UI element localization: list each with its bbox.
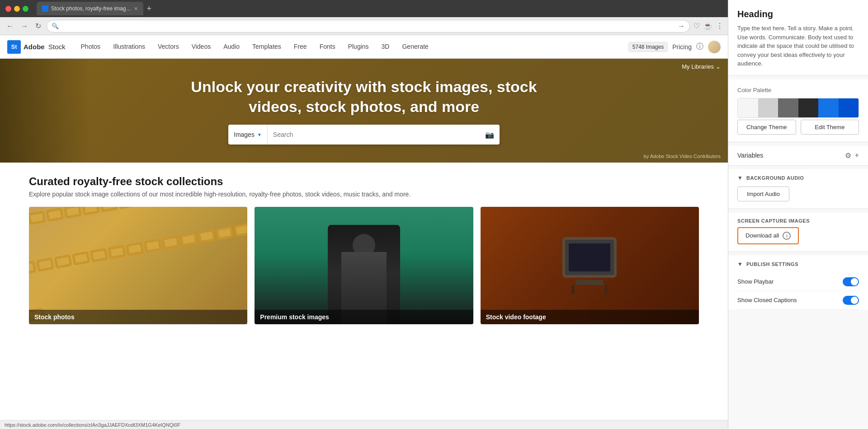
publish-settings-section: ▼ PUBLISH SETTINGS Show Playbar Show Clo… — [728, 256, 868, 310]
collections-grid: Stock photos Premium stock images — [29, 207, 699, 324]
search-input[interactable] — [268, 131, 480, 138]
person-silhouette — [328, 225, 400, 324]
swatch-4[interactable] — [798, 98, 819, 117]
brand-name: Adobe Stock — [24, 43, 66, 51]
plus-icon[interactable]: + — [855, 151, 859, 160]
info-icon: i — [783, 232, 791, 240]
collection-card-tv[interactable]: Stock video footage — [481, 207, 699, 324]
download-all-button[interactable]: Download all i — [737, 227, 799, 244]
import-audio-button[interactable]: Import Audio — [737, 187, 789, 201]
person-card-label: Premium stock images — [255, 310, 473, 324]
address-input[interactable]: https://stock.adobe.com/ — [61, 23, 675, 29]
browser-toolbar: ← → ↻ 🔍 https://stock.adobe.com/ → ♡ ☕ ⋮ — [0, 17, 728, 35]
collections-subtitle: Explore popular stock image collections … — [29, 191, 699, 198]
show-closed-captions-toggle[interactable] — [843, 296, 859, 305]
download-all-label: Download all — [745, 232, 779, 239]
hero-section: My Libraries ⌄ Unlock your creativity wi… — [0, 59, 728, 163]
help-icon[interactable]: ⓘ — [696, 42, 703, 51]
close-button[interactable] — [5, 6, 11, 12]
color-palette-section: Color Palette Change Theme Edit Theme — [728, 79, 868, 142]
show-playbar-label: Show Playbar — [737, 278, 774, 285]
extensions-icon[interactable]: ☕ — [703, 22, 712, 30]
traffic-lights — [5, 6, 28, 12]
logo-text: St — [11, 43, 17, 50]
nav-link-generate[interactable]: Generate — [396, 35, 434, 59]
minimize-button[interactable] — [14, 6, 20, 12]
tab-favicon — [42, 5, 48, 12]
my-libraries-button[interactable]: My Libraries ⌄ — [682, 63, 721, 70]
collection-card-person[interactable]: Premium stock images — [255, 207, 473, 324]
reload-button[interactable]: ↻ — [33, 20, 43, 32]
hero-text: Unlock your creativity with stock images… — [191, 77, 537, 117]
swatch-3[interactable] — [778, 98, 798, 117]
swatch-5[interactable] — [818, 98, 839, 117]
color-palette-label: Color Palette — [737, 87, 859, 93]
browser-titlebar: Stock photos, royalty-free imag… × + — [0, 0, 728, 17]
swatch-6[interactable] — [839, 98, 859, 117]
maximize-button[interactable] — [23, 6, 28, 12]
nav-link-audio[interactable]: Audio — [217, 35, 246, 59]
nav-link-templates[interactable]: Templates — [246, 35, 288, 59]
active-tab[interactable]: Stock photos, royalty-free imag… × — [37, 2, 143, 15]
nav-link-vectors[interactable]: Vectors — [151, 35, 185, 59]
background-audio-header[interactable]: ▼ BACKGROUND AUDIO — [728, 169, 868, 187]
tv-image — [481, 207, 699, 324]
hero-overlay — [0, 59, 90, 163]
publish-settings-body: Show Playbar Show Closed Captions — [728, 273, 868, 310]
search-type-selector[interactable]: Images ▼ — [228, 125, 268, 145]
person-image — [255, 207, 473, 324]
search-type-label: Images — [234, 131, 255, 138]
pricing-link[interactable]: Pricing — [672, 43, 692, 51]
tab-close-button[interactable]: × — [134, 5, 137, 12]
theme-buttons: Change Theme Edit Theme — [737, 120, 859, 135]
tab-title: Stock photos, royalty-free imag… — [51, 5, 131, 12]
publish-settings-header[interactable]: ▼ PUBLISH SETTINGS — [728, 256, 868, 273]
gear-icon[interactable]: ⚙ — [845, 151, 851, 160]
nav-link-free[interactable]: Free — [288, 35, 313, 59]
new-tab-button[interactable]: + — [147, 4, 152, 14]
nav-link-videos[interactable]: Videos — [185, 35, 217, 59]
pasta-card-label: Stock photos — [29, 310, 247, 324]
back-button[interactable]: ← — [5, 20, 15, 32]
background-audio-section: ▼ BACKGROUND AUDIO Import Audio — [728, 169, 868, 209]
collections-title: Curated royalty-free stock collections — [29, 175, 699, 188]
bookmark-icon[interactable]: ♡ — [693, 22, 700, 30]
tv-container — [562, 237, 617, 294]
background-audio-title: BACKGROUND AUDIO — [746, 175, 804, 181]
nav-link-fonts[interactable]: Fonts — [313, 35, 342, 59]
menu-icon[interactable]: ⋮ — [716, 22, 723, 30]
background-audio-body: Import Audio — [728, 187, 868, 209]
nav-link-photos[interactable]: Photos — [75, 35, 107, 59]
publish-row-captions: Show Closed Captions — [737, 291, 859, 310]
chevron-down-icon: ▼ — [737, 175, 743, 181]
tv-base — [576, 280, 603, 285]
search-bar: Images ▼ 📷 — [228, 125, 500, 145]
variables-header: Variables ⚙ + — [737, 151, 859, 160]
swatch-1[interactable] — [738, 98, 758, 117]
nav-link-plugins[interactable]: Plugins — [342, 35, 375, 59]
stock-logo-mark: St — [7, 40, 21, 54]
edit-theme-button[interactable]: Edit Theme — [801, 120, 859, 135]
nav-link-illustrations[interactable]: Illustrations — [107, 35, 151, 59]
panel-heading-body: Type the text here. Tell a story. Make a… — [737, 24, 859, 68]
tv-leg-right — [605, 285, 608, 294]
collection-card-pasta[interactable]: Stock photos — [29, 207, 247, 324]
swatch-2[interactable] — [758, 98, 778, 117]
color-palette — [737, 98, 859, 118]
profile-avatar[interactable] — [708, 41, 721, 53]
show-closed-captions-label: Show Closed Captions — [737, 297, 797, 303]
camera-search-icon[interactable]: 📷 — [480, 131, 500, 139]
variables-section: Variables ⚙ + — [728, 146, 868, 166]
tv-leg-left — [571, 285, 574, 294]
address-bar: 🔍 https://stock.adobe.com/ → — [47, 20, 690, 33]
screen-capture-title: SCREEN CAPTURE IMAGES — [728, 213, 868, 227]
change-theme-button[interactable]: Change Theme — [737, 120, 796, 135]
right-panel: Heading Type the text here. Tell a story… — [728, 0, 868, 429]
stock-nav-links: Photos Illustrations Vectors Videos Audi… — [75, 35, 628, 59]
status-bar: https://stock.adobe.com/in/collections/z… — [0, 420, 728, 429]
publish-row-playbar: Show Playbar — [737, 273, 859, 291]
tab-bar: Stock photos, royalty-free imag… × + — [37, 2, 722, 15]
nav-link-3d[interactable]: 3D — [375, 35, 396, 59]
forward-button[interactable]: → — [19, 20, 30, 32]
show-playbar-toggle[interactable] — [843, 277, 859, 286]
